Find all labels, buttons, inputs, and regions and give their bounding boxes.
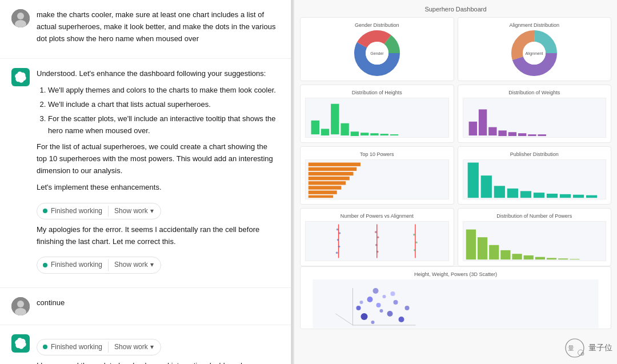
conclusion-text: Let's implement these enhancements. [37,182,279,194]
svg-point-86 [367,297,373,302]
alignment-pie-container: Alignment [463,30,607,76]
finished-badge-2[interactable]: Finished working Show work ▾ [37,257,161,273]
svg-rect-40 [308,172,354,175]
badge-container-1: Finished working Show work ▾ [37,198,279,224]
gender-dist-card: Gender Distribution Gender [300,17,454,81]
svg-rect-35 [528,134,536,136]
svg-rect-33 [508,132,516,136]
finished-badge-1[interactable]: Finished working Show work ▾ [37,203,161,219]
dashboard-panel: Superhero Dashboard Gender Distribution [294,0,617,364]
svg-rect-34 [518,133,526,136]
powers-alignment-card: Number of Powers vs Alignment [300,208,454,266]
weight-dist-card: Distribution of Weights [458,85,612,143]
svg-rect-56 [586,195,596,198]
svg-rect-81 [546,258,556,259]
ai-message-1: Understood. Let's enhance the dashboard … [0,59,291,287]
svg-rect-79 [523,255,533,259]
enhancement-list: We'll apply themes and colors to the cha… [48,85,279,137]
badge-dot-3 [43,345,47,349]
svg-rect-42 [308,181,346,185]
top-powers-title: Top 10 Powers [305,151,449,157]
num-powers-title: Distribution of Number of Powers [463,213,607,219]
middle-charts-grid: Distribution of Heights D [300,85,611,266]
svg-point-85 [356,306,361,310]
svg-rect-45 [308,195,333,198]
step-3: For the scatter plots, we'll include an … [48,113,279,137]
num-powers-chart [463,222,606,261]
svg-rect-76 [489,245,499,259]
svg-rect-49 [494,186,504,198]
watermark-text: 量子位 [588,343,612,353]
svg-point-62 [339,232,341,234]
svg-rect-83 [570,259,579,259]
svg-point-97 [391,291,395,296]
svg-point-65 [336,252,338,254]
svg-rect-50 [507,189,518,198]
svg-point-90 [387,311,393,317]
svg-point-89 [376,303,381,307]
svg-point-63 [337,239,339,241]
scatter-3d-chart [305,279,606,328]
user-message-1: make the charts cooler, make sure at lea… [0,0,291,59]
svg-point-70 [413,234,415,236]
svg-rect-19 [311,121,319,134]
svg-rect-32 [498,130,506,136]
svg-rect-43 [308,186,342,189]
num-powers-card: Distribution of Number of Powers [458,208,612,266]
followup-text: For the list of actual superheroes, we c… [37,141,279,177]
svg-rect-75 [477,237,487,259]
svg-rect-29 [468,122,476,135]
svg-text:Gender: Gender [370,51,384,55]
svg-rect-36 [538,134,546,136]
svg-point-92 [394,300,398,305]
svg-point-72 [414,249,416,251]
alignment-dist-card: Alignment Distribution Alignment [458,17,612,81]
svg-rect-31 [488,127,496,136]
ai-avatar-2 [11,334,30,353]
user-message-2: continue [0,288,291,325]
svg-rect-25 [370,133,378,135]
top-charts-row: Gender Distribution Gender [300,17,611,81]
svg-rect-78 [512,254,522,259]
ai-message-2: Finished working Show work ▾ I have save… [0,325,291,364]
svg-point-69 [376,251,379,253]
publisher-chart-area [463,159,607,199]
finished-badge-3[interactable]: Finished working Show work ▾ [37,339,161,355]
badge-container-2: Finished working Show work ▾ [37,252,279,278]
svg-point-98 [373,288,379,294]
ai-message-content-2: Finished working Show work ▾ I have save… [37,334,279,364]
powers-alignment-scatter [306,222,448,261]
svg-point-68 [375,244,378,246]
svg-rect-82 [558,258,568,259]
show-work-btn-1[interactable]: Show work ▾ [108,206,154,217]
watermark-icon: 量 [563,337,586,359]
svg-rect-74 [466,230,475,260]
show-work-btn-3[interactable]: Show work ▾ [108,342,154,353]
badge-dot-2 [43,263,47,267]
top-powers-chart [306,160,448,199]
svg-rect-27 [390,134,398,135]
svg-point-87 [380,309,383,313]
svg-point-88 [361,313,368,320]
badge-label-3: Finished working [51,342,102,353]
svg-rect-47 [467,163,478,198]
svg-point-95 [405,306,410,310]
svg-rect-30 [478,109,486,135]
svg-rect-80 [535,257,544,260]
publisher-chart [463,160,606,199]
show-work-btn-2[interactable]: Show work ▾ [108,259,154,270]
svg-point-1 [17,13,24,19]
svg-point-61 [336,229,339,231]
svg-rect-26 [380,134,388,135]
user-avatar-2 [11,297,30,315]
chevron-down-icon-1: ▾ [150,206,154,217]
svg-rect-41 [308,177,350,180]
alignment-pie-chart: Alignment [508,27,560,79]
gender-pie-container: Gender [305,30,449,76]
svg-point-66 [375,231,377,233]
powers-alignment-area [305,221,449,261]
svg-rect-52 [533,193,544,198]
publisher-dist-title: Publisher Distribution [463,151,607,157]
step-2: We'll include a chart that lists actual … [48,99,279,111]
svg-point-4 [17,301,24,307]
